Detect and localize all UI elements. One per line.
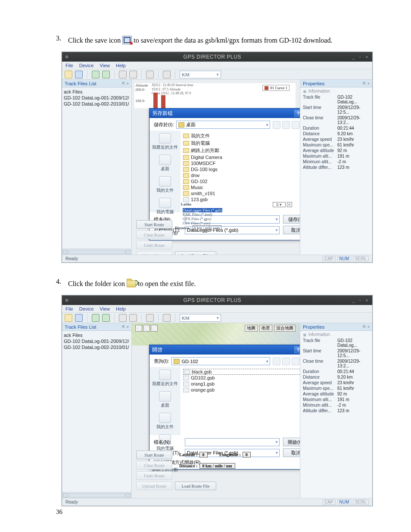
pin-icon[interactable]: ⇱ × (122, 325, 129, 329)
back-icon[interactable] (273, 358, 280, 365)
map-ruler-icon[interactable] (151, 325, 158, 332)
map-pan-icon[interactable] (135, 325, 142, 332)
clear-route-button[interactable]: Clear Route (136, 461, 172, 470)
filename-input[interactable] (185, 438, 280, 446)
help-icon[interactable] (163, 314, 171, 322)
table-row: Track fileGD-102 DataLog... (303, 338, 370, 348)
scrollbar[interactable] (62, 492, 131, 498)
toolbar-button[interactable] (129, 71, 137, 78)
list-item: 網路上的芳鄰 (183, 147, 300, 154)
map-view[interactable]: 地圖 衛星 混合地圖 (132, 323, 300, 345)
toolbar-button[interactable] (119, 71, 127, 78)
cancel-button[interactable]: 取消 (283, 448, 300, 457)
track-item[interactable]: GD-102 DataLog-002-2010/01/ (64, 101, 130, 107)
cancel-button[interactable]: 取消 (283, 226, 300, 234)
app-titlebar: GPS DIRECTOR PLUS _ ▫ × (62, 52, 372, 62)
track-item[interactable]: GD-102 DataLog-001-2009/12/ (64, 338, 130, 344)
list-item: 我的文件 (183, 132, 300, 140)
track-item[interactable]: GD-102 DataLog-001-2009/12/ (64, 95, 130, 101)
menu-device[interactable]: Device (79, 63, 94, 68)
file-list[interactable]: 我的文件 我的電腦 網路上的芳鄰 Digital Camera 100MSDCF… (181, 131, 300, 212)
toolbar-button[interactable] (102, 314, 110, 322)
up-icon[interactable] (282, 358, 290, 365)
places-item[interactable]: 我最近的文件 (152, 370, 178, 387)
scrollbar[interactable] (62, 249, 131, 255)
table-row: Altitude differ...123 m (303, 408, 370, 414)
file-list[interactable]: black.gsb GD102.gsb orang1.gsb orange.gs… (181, 367, 300, 435)
up-icon[interactable] (282, 121, 290, 129)
toolbar-button[interactable] (92, 71, 100, 78)
places-item[interactable]: 我的文件 (156, 176, 174, 193)
save-toolbar-icon[interactable] (75, 71, 83, 78)
table-row: Maximum alti...191 m (303, 153, 370, 159)
start-route-button[interactable]: Start Route (136, 451, 172, 459)
load-route-button[interactable]: Load Route File (175, 482, 216, 490)
map-tab[interactable]: 混合地圖 (274, 325, 296, 332)
newfolder-icon[interactable] (292, 358, 299, 365)
undo-route-button[interactable]: Undo Route (136, 241, 172, 249)
toolbar-button[interactable] (146, 314, 154, 322)
table-row: Maximum spe...61 km/hr (303, 142, 370, 148)
track-item[interactable]: GD-102 DataLog-002-2010/01/ (64, 344, 130, 350)
places-item[interactable]: 桌面 (159, 155, 171, 172)
step-3: 3. Click the save icon to save/export th… (56, 34, 368, 46)
open-icon[interactable] (65, 71, 72, 78)
menu-view[interactable]: View (100, 63, 110, 68)
toolbar-button[interactable] (102, 71, 110, 78)
menu-bar: File Device View Help (62, 305, 372, 313)
window-controls[interactable]: _ ▫ × (352, 55, 370, 59)
pin-icon[interactable]: ⇱ × (363, 81, 370, 86)
step4-text-before: Click the folder icon (68, 280, 127, 287)
track-files-panel: Track Files List ⇱ × ack Files GD-102 Da… (62, 80, 132, 255)
map-tab[interactable]: 衛星 (259, 325, 272, 332)
menu-device[interactable]: Device (79, 306, 94, 311)
menu-help[interactable]: Help (116, 306, 126, 311)
dialog-help-icon[interactable]: ? (294, 110, 300, 117)
toolbar-button[interactable] (119, 314, 127, 322)
unit-select[interactable]: KM (180, 71, 221, 78)
table-row: Average speed23 km/hr (303, 137, 370, 142)
save-toolbar-icon[interactable] (75, 314, 83, 322)
properties-panel: Properties⇱ × Information Track fileGD-1… (300, 323, 372, 498)
folder-icon (127, 280, 136, 287)
menu-file[interactable]: File (65, 63, 73, 68)
map-zoom-icon[interactable] (143, 325, 150, 332)
toolbar-button[interactable] (92, 314, 100, 322)
list-item: GD-102 (183, 178, 300, 184)
menu-file[interactable]: File (65, 306, 73, 311)
lookin-select[interactable]: GD-102 (171, 357, 270, 365)
app-title: GPS DIRECTOR PLUS (72, 297, 352, 303)
newfolder-icon[interactable] (292, 121, 299, 129)
dialog-help-icon[interactable]: ? (294, 346, 300, 353)
clear-route-button[interactable]: Clear Route (136, 230, 172, 239)
undo-route-button[interactable]: Undo Route (136, 471, 172, 480)
toolbar-button[interactable] (129, 314, 137, 322)
unit-select[interactable]: KM (180, 314, 221, 322)
lookin-select[interactable]: 桌面 (176, 121, 270, 129)
list-item: 123.gsb (183, 196, 300, 202)
toolbar-button[interactable] (146, 71, 154, 78)
places-item[interactable]: 我的文件 (156, 413, 174, 430)
menu-help[interactable]: Help (116, 63, 126, 68)
map-tab[interactable]: 地圖 (245, 325, 258, 332)
upload-route-button[interactable]: Upload Route (136, 482, 172, 490)
places-item[interactable]: 我的電腦 (156, 198, 174, 215)
menu-view[interactable]: View (100, 306, 110, 311)
upload-route-button[interactable]: Upload Route (136, 251, 172, 255)
pin-icon[interactable]: ⇱ × (122, 81, 129, 86)
table-row: Minimum altit...-2 m (303, 402, 370, 408)
window-controls[interactable]: _ ▫ × (352, 298, 370, 303)
start-route-button[interactable]: Start Route (136, 220, 172, 229)
open-icon[interactable] (65, 314, 72, 322)
save-dialog-title: 另存新檔 (152, 110, 173, 117)
help-icon[interactable] (163, 71, 171, 78)
pin-icon[interactable]: ⇱ × (363, 325, 370, 329)
back-icon[interactable] (273, 121, 280, 129)
app-titlebar: GPS DIRECTOR PLUS _ ▫ × (62, 296, 372, 305)
list-item: 100MSDCF (183, 160, 300, 166)
open-button[interactable]: 開啟(O) (283, 438, 300, 446)
places-item[interactable]: 我最近的文件 (152, 133, 178, 150)
load-route-button[interactable]: Load Route File (175, 251, 216, 255)
places-item[interactable]: 桌面 (159, 391, 171, 408)
info-category: Information (303, 89, 370, 93)
